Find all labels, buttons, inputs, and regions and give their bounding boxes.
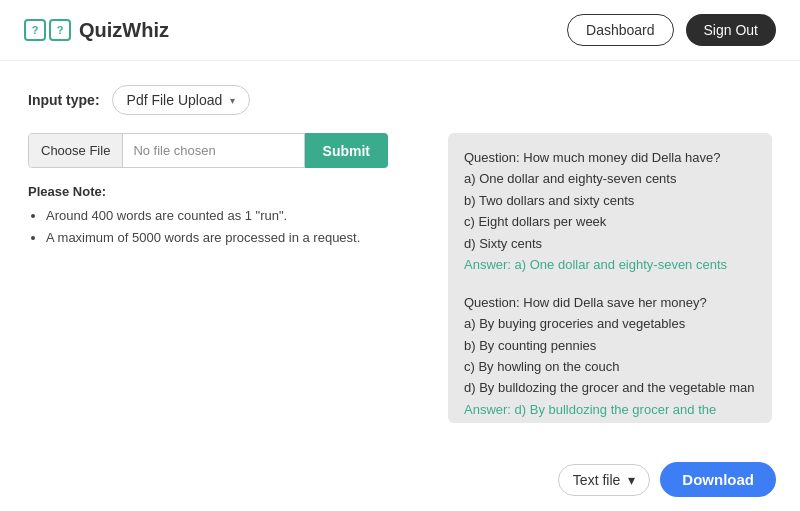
- logo-area: ? ? QuizWhiz: [24, 19, 169, 42]
- choose-file-button[interactable]: Choose File: [29, 134, 123, 167]
- main-content: Input type: Pdf File Upload ▾ Choose Fil…: [0, 61, 800, 439]
- question-2-opt-b: b) By counting pennies: [464, 335, 756, 356]
- input-type-select[interactable]: Pdf File Upload ▾: [112, 85, 251, 115]
- file-upload-container: Choose File No file chosen Submit: [28, 133, 388, 168]
- format-chevron-icon: ▾: [628, 472, 635, 488]
- content-split: Choose File No file chosen Submit Please…: [28, 133, 772, 423]
- question-1-opt-a: a) One dollar and eighty-seven cents: [464, 168, 756, 189]
- submit-button[interactable]: Submit: [305, 133, 388, 168]
- file-name-display: No file chosen: [123, 134, 303, 167]
- question-2-opt-a: a) By buying groceries and vegetables: [464, 313, 756, 334]
- note-item-1: Around 400 words are counted as 1 "run".: [46, 205, 428, 227]
- input-type-label: Input type:: [28, 92, 100, 108]
- format-select[interactable]: Text file ▾: [558, 464, 650, 496]
- question-1-text: Question: How much money did Della have?: [464, 147, 756, 168]
- format-label: Text file: [573, 472, 620, 488]
- header: ? ? QuizWhiz Dashboard Sign Out: [0, 0, 800, 61]
- question-2-answer: Answer: d) By bulldozing the grocer and …: [464, 399, 756, 423]
- header-nav: Dashboard Sign Out: [567, 14, 776, 46]
- signout-button[interactable]: Sign Out: [686, 14, 776, 46]
- question-2-opt-d: d) By bulldozing the grocer and the vege…: [464, 377, 756, 398]
- question-1-opt-c: c) Eight dollars per week: [464, 211, 756, 232]
- input-type-row: Input type: Pdf File Upload ▾: [28, 85, 772, 115]
- logo-icon: ? ?: [24, 19, 71, 41]
- question-2-opt-c: c) By howling on the couch: [464, 356, 756, 377]
- quiz-block-2: Question: How did Della save her money? …: [464, 292, 756, 423]
- notes-title: Please Note:: [28, 184, 428, 199]
- quiz-output-panel[interactable]: Question: How much money did Della have?…: [448, 133, 772, 423]
- file-upload-inner: Choose File No file chosen: [28, 133, 305, 168]
- quiz-block-1: Question: How much money did Della have?…: [464, 147, 756, 276]
- question-1-answer: Answer: a) One dollar and eighty-seven c…: [464, 254, 756, 275]
- logo-bracket-right: ?: [49, 19, 71, 41]
- question-2-text: Question: How did Della save her money?: [464, 292, 756, 313]
- notes-list: Around 400 words are counted as 1 "run".…: [28, 205, 428, 249]
- dashboard-button[interactable]: Dashboard: [567, 14, 674, 46]
- bottom-bar: Text file ▾ Download: [558, 462, 776, 497]
- chevron-down-icon: ▾: [230, 95, 235, 106]
- note-item-2: A maximum of 5000 words are processed in…: [46, 227, 428, 249]
- download-button[interactable]: Download: [660, 462, 776, 497]
- logo-bracket-left: ?: [24, 19, 46, 41]
- question-1-opt-d: d) Sixty cents: [464, 233, 756, 254]
- notes-section: Please Note: Around 400 words are counte…: [28, 184, 428, 249]
- left-panel: Choose File No file chosen Submit Please…: [28, 133, 428, 249]
- input-type-value: Pdf File Upload: [127, 92, 223, 108]
- logo-text: QuizWhiz: [79, 19, 169, 42]
- question-1-opt-b: b) Two dollars and sixty cents: [464, 190, 756, 211]
